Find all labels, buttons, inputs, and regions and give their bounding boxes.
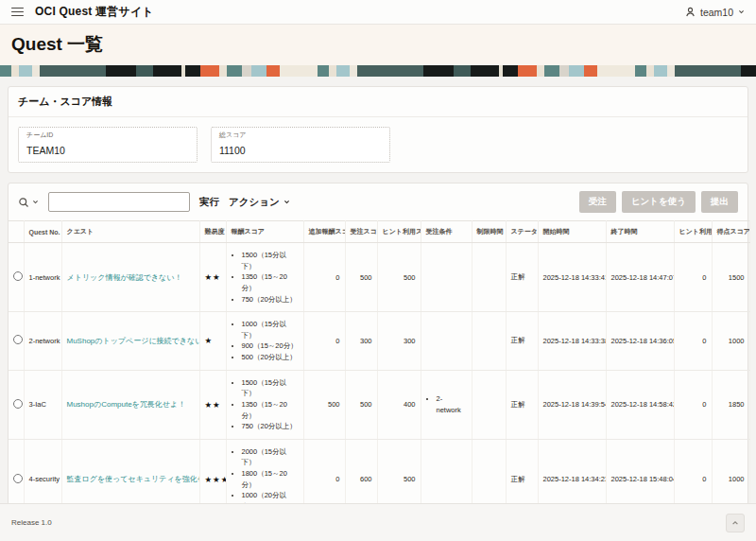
reward-score-list: 1000（15分以下）900（15～20分）500（20分以上） bbox=[232, 319, 299, 363]
actions-menu-button[interactable]: アクション bbox=[229, 196, 290, 209]
order-condition-cell bbox=[421, 243, 472, 312]
difficulty-cell: ★★ bbox=[199, 243, 226, 312]
table-header-row: Quest No. クエスト 難易度 報酬スコア 追加報酬スコア 受注スコア ヒ… bbox=[9, 221, 749, 243]
team-id-field: チームID TEAM10 bbox=[18, 127, 198, 163]
quest-no-cell: 3-IaC bbox=[24, 370, 61, 439]
page-title: Quest 一覧 bbox=[11, 32, 745, 57]
order-condition-cell: 2-network bbox=[421, 370, 472, 439]
col-reward-score: 報酬スコア bbox=[226, 221, 303, 243]
reward-score-cell: 1000（15分以下）900（15～20分）500（20分以上） bbox=[226, 312, 303, 371]
row-select-cell bbox=[9, 439, 24, 503]
row-radio[interactable] bbox=[13, 335, 23, 344]
total-score-cell: 1000 bbox=[712, 312, 749, 371]
start-time-cell: 2025-12-18 14:33:38 bbox=[538, 312, 606, 371]
row-radio[interactable] bbox=[13, 474, 23, 483]
additional-score-cell: 0 bbox=[303, 439, 345, 503]
end-time-cell: 2025-12-18 14:36:05 bbox=[606, 312, 674, 371]
end-time-cell: 2025-12-18 14:58:42 bbox=[606, 370, 674, 439]
row-radio[interactable] bbox=[13, 399, 23, 409]
quest-title-cell: MuShopのトップページに接続できない！ bbox=[61, 312, 199, 371]
order-condition-list: 2-network bbox=[426, 393, 467, 415]
hint-score-cell: 500 bbox=[377, 439, 421, 503]
row-radio[interactable] bbox=[13, 271, 23, 281]
quest-link[interactable]: 監査ログを使ってセキュリティを強化せよ！ bbox=[67, 475, 200, 483]
quest-title-cell: メトリック情報が確認できない！ bbox=[61, 243, 199, 312]
col-difficulty: 難易度 bbox=[199, 221, 226, 243]
additional-score-cell: 0 bbox=[303, 243, 345, 312]
additional-score-cell: 0 bbox=[303, 312, 345, 371]
reward-score-cell: 2000（15分以下）1800（15～20分）1000（20分以上） bbox=[226, 439, 303, 503]
quest-no-cell: 1-network bbox=[24, 243, 61, 312]
difficulty-stars: ★ bbox=[205, 336, 214, 345]
quest-no-cell: 4-security bbox=[24, 439, 61, 503]
table-row: 4-security 監査ログを使ってセキュリティを強化せよ！ ★★★ 2000… bbox=[9, 439, 749, 503]
app-title: OCI Quest 運営サイト bbox=[35, 4, 154, 20]
status-cell: 正解 bbox=[506, 439, 538, 503]
row-select-cell bbox=[9, 370, 24, 439]
col-hint-count: ヒント利用回数 bbox=[674, 221, 712, 243]
team-id-label: チームID bbox=[26, 131, 189, 140]
chevron-down-icon bbox=[32, 199, 39, 205]
order-condition-cell bbox=[421, 439, 472, 503]
quest-link[interactable]: MuShopのトップページに接続できない！ bbox=[67, 337, 200, 345]
col-order-condition: 受注条件 bbox=[421, 221, 472, 243]
search-icon bbox=[18, 197, 29, 208]
use-hint-button[interactable]: ヒントを使う bbox=[622, 191, 696, 213]
quest-table: Quest No. クエスト 難易度 報酬スコア 追加報酬スコア 受注スコア ヒ… bbox=[9, 220, 750, 503]
scroll-to-top-button[interactable] bbox=[726, 514, 745, 532]
team-score-card-title: チーム・スコア情報 bbox=[9, 87, 747, 117]
hint-score-cell: 400 bbox=[377, 370, 421, 439]
top-bar: OCI Quest 運営サイト team10 bbox=[0, 0, 756, 25]
submit-button[interactable]: 提出 bbox=[701, 191, 738, 213]
user-name: team10 bbox=[700, 7, 733, 18]
total-score-label: 総スコア bbox=[219, 131, 382, 140]
status-cell: 正解 bbox=[506, 370, 538, 439]
order-score-cell: 500 bbox=[345, 243, 377, 312]
footer: Release 1.0 bbox=[0, 503, 756, 541]
col-additional-score: 追加報酬スコア bbox=[303, 221, 345, 243]
table-row: 1-network メトリック情報が確認できない！ ★★ 1500（15分以下）… bbox=[9, 243, 749, 312]
team-id-value: TEAM10 bbox=[26, 145, 65, 156]
total-score-field: 総スコア 11100 bbox=[211, 127, 390, 163]
hint-count-cell: 0 bbox=[674, 439, 712, 503]
end-time-cell: 2025-12-18 15:48:04 bbox=[606, 439, 674, 503]
table-row: 3-IaC MushopのComputeを冗長化せよ！ ★★ 1500（15分以… bbox=[9, 370, 749, 439]
reward-score-list: 1500（15分以下）1350（15～20分）750（20分以上） bbox=[232, 250, 299, 305]
status-cell: 正解 bbox=[506, 243, 538, 312]
hint-score-cell: 300 bbox=[377, 312, 421, 371]
col-status: ステータス bbox=[506, 221, 538, 243]
row-select-cell bbox=[9, 312, 24, 371]
release-label: Release 1.0 bbox=[11, 518, 52, 527]
end-time-cell: 2025-12-18 14:47:07 bbox=[606, 243, 674, 312]
col-order-score: 受注スコア bbox=[345, 221, 377, 243]
person-icon bbox=[685, 7, 696, 17]
time-limit-cell bbox=[472, 370, 506, 439]
difficulty-stars: ★★ bbox=[205, 400, 221, 410]
total-score-value: 11100 bbox=[219, 145, 246, 156]
go-button[interactable]: 実行 bbox=[199, 196, 219, 209]
quest-no-cell: 2-network bbox=[24, 312, 61, 371]
reward-score-list: 1500（15分以下）1350（15～20分）750（20分以上） bbox=[232, 377, 299, 432]
hint-score-cell: 500 bbox=[377, 243, 421, 312]
hint-count-cell: 0 bbox=[674, 370, 712, 439]
order-score-cell: 600 bbox=[345, 439, 377, 503]
user-menu[interactable]: team10 bbox=[685, 7, 745, 18]
search-input[interactable] bbox=[48, 192, 190, 212]
search-options-button[interactable] bbox=[18, 197, 39, 208]
difficulty-cell: ★ bbox=[199, 312, 226, 371]
chevron-down-icon bbox=[738, 9, 745, 15]
menu-icon[interactable] bbox=[11, 8, 24, 17]
col-hint-score: ヒント利用スコア bbox=[377, 221, 421, 243]
col-quest-no: Quest No. bbox=[24, 221, 61, 243]
actions-menu-label: アクション bbox=[229, 196, 280, 209]
difficulty-cell: ★★ bbox=[199, 370, 226, 439]
time-limit-cell bbox=[472, 312, 506, 371]
difficulty-stars: ★★★ bbox=[205, 475, 227, 484]
order-button[interactable]: 受注 bbox=[579, 191, 616, 213]
status-cell: 正解 bbox=[506, 312, 538, 371]
chevron-down-icon bbox=[284, 199, 290, 205]
time-limit-cell bbox=[472, 243, 506, 312]
quest-link[interactable]: MushopのComputeを冗長化せよ！ bbox=[67, 400, 186, 409]
quest-link[interactable]: メトリック情報が確認できない！ bbox=[67, 273, 182, 282]
col-start-time: 開始時間 bbox=[538, 221, 606, 243]
